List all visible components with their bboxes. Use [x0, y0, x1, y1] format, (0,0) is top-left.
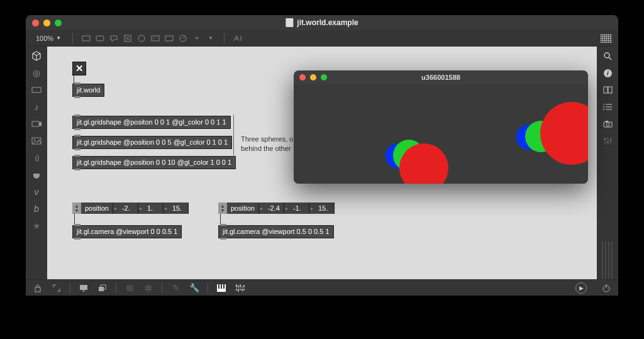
left-sidebar: ◎ ♪ ν b ★: [26, 47, 47, 279]
inlet[interactable]: [220, 224, 226, 226]
gridshape-object-3[interactable]: jit.gl.gridshape @position 0 0 10 @gl_co…: [72, 156, 236, 169]
close-icon[interactable]: [299, 74, 306, 81]
gridshape-object-2[interactable]: jit.gl.gridshape @position 0 0 5 @gl_col…: [72, 136, 232, 149]
object-text: jit.gl.camera @viewport 0.5 0 0.5 1: [223, 228, 330, 235]
wrench-icon[interactable]: 🔧: [189, 283, 200, 293]
maximize-icon[interactable]: [55, 19, 62, 26]
object-icon[interactable]: [80, 33, 92, 43]
separator: [70, 283, 70, 293]
zoom-control[interactable]: 100% ▼: [32, 33, 65, 43]
outlet[interactable]: [74, 128, 80, 130]
titlebar[interactable]: jit.world.example: [26, 15, 618, 30]
inlet[interactable]: [74, 224, 80, 226]
render-titlebar[interactable]: u366001588: [294, 70, 588, 84]
info-icon[interactable]: i: [601, 67, 614, 79]
arrows-icon[interactable]: ▲▼: [218, 203, 227, 214]
traffic-lights: [299, 74, 327, 81]
message-icon[interactable]: [94, 33, 106, 43]
toggle-icon[interactable]: [122, 33, 133, 43]
svg-rect-26: [80, 285, 87, 290]
outlet[interactable]: [74, 148, 80, 150]
search-icon[interactable]: [601, 50, 614, 62]
image-icon[interactable]: [30, 135, 43, 147]
svg-rect-22: [604, 138, 606, 140]
maximize-icon[interactable]: [321, 74, 327, 81]
grid-icon[interactable]: [143, 283, 154, 293]
list-icon[interactable]: [601, 101, 614, 113]
columns-icon[interactable]: [601, 84, 614, 96]
outlet[interactable]: [220, 238, 226, 240]
svg-rect-0: [82, 36, 90, 41]
attr-num[interactable]: 1.: [138, 203, 164, 214]
outlet[interactable]: [74, 238, 80, 240]
expand-icon[interactable]: [51, 283, 62, 293]
camera-object-b[interactable]: jit.gl.camera @viewport 0.5 0 0.5 1: [218, 225, 334, 238]
svg-point-20: [606, 123, 609, 126]
add-icon[interactable]: +: [191, 33, 203, 43]
comment-icon[interactable]: [108, 33, 119, 43]
music-icon[interactable]: ♪: [30, 101, 43, 113]
zoom-value: 100%: [36, 35, 53, 42]
format-icon[interactable]: [232, 33, 243, 43]
toggle-object[interactable]: ✕: [72, 62, 86, 75]
svg-rect-36: [242, 286, 243, 287]
beta-icon[interactable]: b: [30, 203, 43, 214]
matrix-icon[interactable]: [235, 283, 246, 293]
inlet[interactable]: [74, 114, 80, 116]
attrui-position-b[interactable]: ▲▼ position -2.4 -1. 15.: [218, 203, 335, 214]
outlet[interactable]: [74, 96, 80, 98]
inlet[interactable]: [74, 82, 80, 84]
arrows-icon[interactable]: ▲▼: [72, 203, 81, 214]
brush-icon[interactable]: ✎: [170, 283, 181, 293]
power-icon[interactable]: [601, 283, 612, 293]
svg-rect-31: [221, 284, 222, 289]
attr-label[interactable]: position: [227, 203, 259, 214]
gridshape-object-1[interactable]: jit.gl.gridshape @positon 0 0 1 @gl_colo…: [72, 116, 231, 129]
plug-icon[interactable]: [30, 169, 43, 181]
attr-num[interactable]: -1.: [284, 203, 309, 214]
attr-num[interactable]: -2.4: [259, 203, 284, 214]
render-viewport: [294, 84, 588, 184]
star-icon[interactable]: ★: [30, 220, 43, 231]
chevron-down-icon[interactable]: ▼: [205, 33, 216, 43]
grid-icon[interactable]: [601, 34, 612, 43]
camera-object-a[interactable]: jit.gl.camera @viewport 0 0 0.5 1: [72, 225, 182, 238]
video-icon[interactable]: [30, 118, 43, 130]
separator: [208, 283, 208, 293]
outlet[interactable]: [74, 169, 80, 170]
attr-label[interactable]: position: [81, 203, 113, 214]
number-icon[interactable]: [150, 33, 161, 43]
separator: [116, 283, 116, 293]
nu-icon[interactable]: ν: [30, 186, 43, 197]
render-window[interactable]: u366001588: [294, 70, 588, 184]
minimize-icon[interactable]: [310, 74, 316, 81]
svg-text:i: i: [607, 70, 609, 77]
piano-icon[interactable]: [216, 283, 227, 293]
close-icon[interactable]: [32, 19, 39, 26]
lock-icon[interactable]: [32, 283, 43, 293]
play-icon[interactable]: ▶: [575, 282, 587, 294]
window-title-text: jit.world.example: [297, 18, 358, 27]
sliders-icon[interactable]: [601, 135, 614, 147]
minimize-icon[interactable]: [43, 19, 50, 26]
package-icon[interactable]: [30, 50, 43, 62]
panel-icon[interactable]: [30, 84, 43, 96]
target-icon[interactable]: ◎: [30, 67, 43, 79]
attr-num[interactable]: -2.: [113, 203, 138, 214]
snap-icon[interactable]: ⊞: [124, 283, 135, 293]
jit-world-object[interactable]: jit.world: [72, 84, 104, 97]
slider-icon[interactable]: [164, 33, 175, 43]
dial-icon[interactable]: [177, 33, 189, 43]
camera-icon[interactable]: [601, 118, 614, 130]
attr-num[interactable]: 15.: [164, 203, 189, 214]
separator-line: [233, 114, 234, 166]
attrui-position-a[interactable]: ▲▼ position -2. 1. 15.: [72, 203, 189, 214]
inlet[interactable]: [74, 155, 80, 157]
layers-icon[interactable]: [97, 283, 108, 293]
clip-icon[interactable]: [30, 152, 43, 164]
present-icon[interactable]: [78, 283, 89, 293]
object-text: jit.gl.gridshape @position 0 0 10 @gl_co…: [77, 158, 231, 166]
inlet[interactable]: [74, 135, 80, 136]
attr-num[interactable]: 15.: [309, 203, 335, 214]
button-icon[interactable]: [136, 33, 147, 43]
